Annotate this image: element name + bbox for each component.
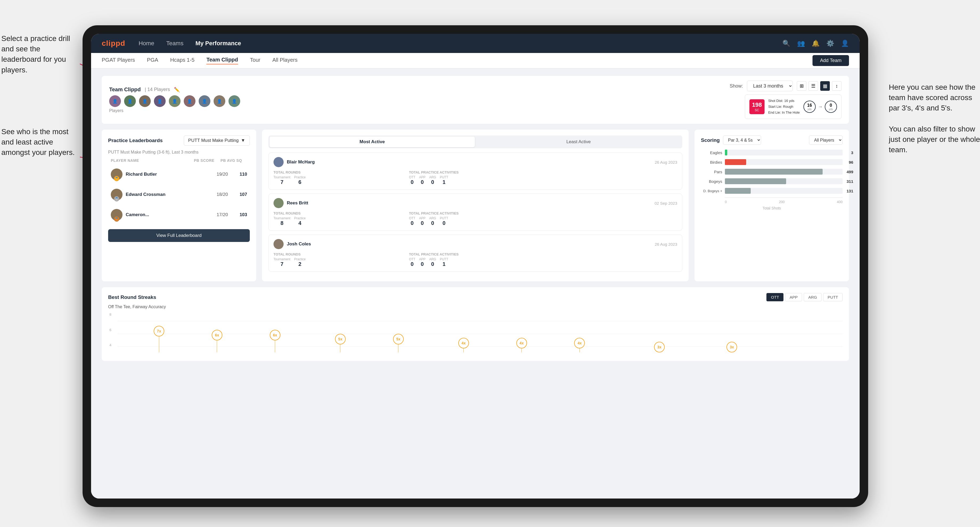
bar-fill-bogeys xyxy=(725,178,786,184)
sub-nav-hcaps[interactable]: Hcaps 1-5 xyxy=(170,57,194,64)
shot-circle-2: 0 yds xyxy=(825,101,837,113)
annotation-top-left: Select a practice drill and see the lead… xyxy=(2,33,76,75)
shot-circles: 16 yds → 0 yds xyxy=(803,101,837,113)
avatar-2[interactable]: 👤 xyxy=(124,95,136,107)
streak-pin-2: 6x xyxy=(212,330,222,352)
team-info: Team Clippd | 14 Players ✏️ xyxy=(109,86,730,93)
pa-ott: OTT 0 xyxy=(409,175,415,185)
nav-home[interactable]: Home xyxy=(138,40,154,47)
filter-arg[interactable]: ARG xyxy=(804,293,822,301)
leaderboard-row-1[interactable]: 🥇 Richard Butler 19/20 110 xyxy=(108,165,250,183)
sub-nav-all-players[interactable]: All Players xyxy=(272,57,298,64)
scoring-bar-chart: Eagles 3 Birdies 96 xyxy=(701,149,843,210)
streak-pin-3: 6x xyxy=(270,330,280,352)
scoring-card: Scoring Par 3, 4 & 5s All Players Eagles xyxy=(695,130,849,281)
activity-row-josh: Josh Coles 26 Aug 2023 Total Rounds Tour… xyxy=(269,235,682,272)
avatar-7[interactable]: 👤 xyxy=(199,95,210,107)
nav-my-performance[interactable]: My Performance xyxy=(196,40,241,47)
search-icon[interactable]: 🔍 xyxy=(783,40,791,47)
col-pb-avg: PB AVG SQ xyxy=(221,158,247,163)
activity-tabs: Most Active Least Active xyxy=(269,135,682,148)
circle2-val: 0 xyxy=(830,103,832,108)
col-player-name: PLAYER NAME xyxy=(111,158,194,163)
drill-selector[interactable]: PUTT Must Make Putting ▼ xyxy=(184,135,250,146)
player-filter-dropdown[interactable]: All Players xyxy=(809,135,843,145)
bar-eagles: Eagles 3 xyxy=(701,149,843,156)
lb-name-1: Richard Butler xyxy=(126,171,204,177)
lb-avg-2: 107 xyxy=(231,192,247,197)
avatar-6[interactable]: 👤 xyxy=(184,95,196,107)
streak-pin-9: 3x xyxy=(654,342,665,352)
tab-least-active[interactable]: Least Active xyxy=(476,137,681,147)
pa-date-blair: 26 Aug 2023 xyxy=(655,160,677,165)
bar-value-pars: 499 xyxy=(846,170,853,174)
view-full-leaderboard-button[interactable]: View Full Leaderboard xyxy=(108,229,250,242)
rank-badge-1: 🥇 xyxy=(114,176,119,181)
streak-pin-6: 4x xyxy=(458,338,469,352)
avatar-9[interactable]: 👤 xyxy=(229,95,240,107)
lb-score-3: 17/20 xyxy=(207,212,228,217)
user-avatar[interactable]: 👤 xyxy=(841,40,849,47)
settings-icon[interactable]: ⚙️ xyxy=(826,40,834,47)
player-avatars: 👤 👤 👤 👤 👤 👤 👤 👤 👤 xyxy=(109,95,240,107)
avatar-8[interactable]: 👤 xyxy=(213,95,225,107)
leaderboard-row-2[interactable]: 🥈 Edward Crossman 18/20 107 xyxy=(108,186,250,204)
period-dropdown[interactable]: Last 3 months xyxy=(747,81,793,91)
bar-value-dbogeys: 131 xyxy=(846,189,853,193)
total-shots-label: Total Shots xyxy=(701,206,843,210)
pa-arg-label: ARG xyxy=(429,175,436,179)
sub-nav-pga[interactable]: PGA xyxy=(147,57,158,64)
edit-icon[interactable]: ✏️ xyxy=(174,87,180,93)
streak-pin-5: 5x xyxy=(393,334,404,352)
sub-nav-tour[interactable]: Tour xyxy=(250,57,261,64)
list-view-icon[interactable]: ☰ xyxy=(808,81,818,91)
sort-icon[interactable]: ↕ xyxy=(832,81,842,91)
pa-practice-rees: Practice 4 xyxy=(294,216,305,226)
avatar-4[interactable]: 👤 xyxy=(154,95,165,107)
bar-label-dbogeys: D. Bogeys + xyxy=(701,189,722,193)
sub-nav-team-clippd[interactable]: Team Clippd xyxy=(206,57,238,64)
shot-badge-unit: SC xyxy=(752,108,762,112)
card-view-icon[interactable]: ▦ xyxy=(820,81,830,91)
nav-teams[interactable]: Teams xyxy=(166,40,183,47)
avatar-5[interactable]: 👤 xyxy=(169,95,181,107)
bar-fill-eagles xyxy=(725,149,727,156)
pa-avatar-blair xyxy=(274,157,284,167)
shot-card: 198 SC Shot Dist: 16 yds Start Lie: Roug… xyxy=(745,94,842,119)
pa-header-blair: Blair McHarg 26 Aug 2023 xyxy=(274,157,677,167)
pa-rounds-values: Tournament 7 Practice 6 xyxy=(274,175,406,185)
leaderboard-row-3[interactable]: 🥉 Cameron... 17/20 103 xyxy=(108,206,250,224)
scoring-card-header: Scoring Par 3, 4 & 5s All Players xyxy=(701,135,843,145)
streak-pin-7: 4x xyxy=(516,338,527,352)
sub-nav-pgat[interactable]: PGAT Players xyxy=(102,57,135,64)
avatar-3[interactable]: 👤 xyxy=(139,95,151,107)
bar-value-eagles: 3 xyxy=(851,151,853,155)
pa-activities-group-rees: Total Practice Activities OTT0 APP0 ARG0… xyxy=(409,211,542,226)
pa-date-josh: 26 Aug 2023 xyxy=(655,242,677,246)
add-team-button[interactable]: Add Team xyxy=(813,55,849,66)
filter-putt[interactable]: PUTT xyxy=(823,293,843,301)
bell-icon[interactable]: 🔔 xyxy=(812,40,820,47)
grid-view-icon[interactable]: ⊞ xyxy=(797,81,807,91)
pa-name-blair: Blair McHarg xyxy=(287,159,652,165)
avatar-1[interactable]: 👤 xyxy=(109,95,121,107)
bar-label-birdies: Birdies xyxy=(701,160,722,165)
par-filter-dropdown[interactable]: Par 3, 4 & 5s xyxy=(723,135,761,145)
people-icon[interactable]: 👥 xyxy=(797,40,805,47)
team-header: Team Clippd | 14 Players ✏️ 👤 👤 👤 👤 👤 👤 xyxy=(102,76,849,124)
pa-activities-group-josh: Total Practice Activities OTT0 APP0 ARG0… xyxy=(409,252,542,267)
tab-most-active[interactable]: Most Active xyxy=(269,137,475,147)
filter-ott[interactable]: OTT xyxy=(767,293,783,301)
streaks-title: Best Round Streaks xyxy=(108,294,156,300)
bar-birdies: Birdies 96 xyxy=(701,159,843,165)
pa-rounds-group: Total Rounds Tournament 7 Practice 6 xyxy=(274,170,406,185)
shot-end-lie: End Lie: In The Hole xyxy=(768,110,800,116)
players-label: Players xyxy=(109,108,123,113)
circle2-unit: yds xyxy=(829,108,833,111)
filter-app[interactable]: APP xyxy=(785,293,802,301)
chart-area: 7x 6x 6x 5x xyxy=(118,313,843,355)
bar-value-birdies: 96 xyxy=(849,160,853,165)
bar-fill-dbogeys xyxy=(725,188,751,194)
pa-practice-label: Practice xyxy=(294,175,305,179)
col-pb-score: PB SCORE xyxy=(194,158,221,163)
